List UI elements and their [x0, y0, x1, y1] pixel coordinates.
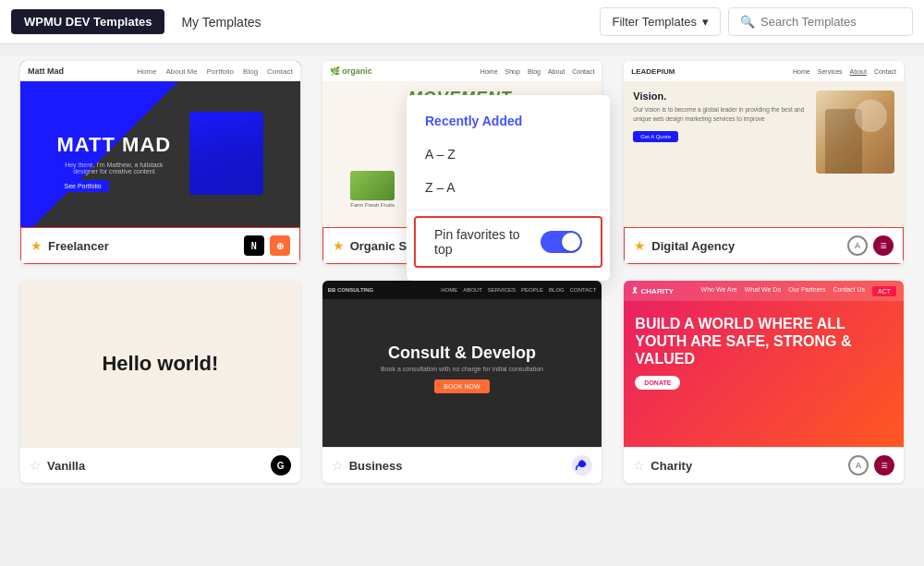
sort-dropdown: Recently Added A – Z Z – A Pin favorites… [407, 95, 610, 281]
template-thumb-freelancer[interactable]: Matt Mad Home About Me Portfolio Blog Co… [20, 61, 300, 227]
freelancer-label-row: ★ Freelancer N ⊕ [20, 226, 300, 264]
tab-wpmu[interactable]: WPMU DEV Templates [11, 9, 164, 34]
business-title: Consult & Develop [388, 343, 536, 363]
avada-badge-agency[interactable]: A [847, 235, 868, 256]
avada-badge-charity[interactable]: A [848, 455, 869, 476]
search-box: 🔍 [728, 7, 913, 36]
template-card-inner: Hello world! ☆ Vanilla G [20, 281, 300, 483]
charity-label-row: ☆ Charity A [624, 447, 904, 483]
vanilla-preview: Hello world! [20, 281, 300, 447]
template-card-inner: LEADEPIUM HomeServicesAboutContact Visio… [624, 61, 904, 264]
vanilla-label-row: ☆ Vanilla G [20, 447, 300, 483]
vanilla-star[interactable]: ☆ [30, 458, 42, 473]
freelancer-star[interactable]: ★ [30, 238, 43, 253]
filter-templates-button[interactable]: Filter Templates ▾ [600, 7, 721, 36]
charity-cta: DONATE [635, 376, 680, 390]
template-thumb-vanilla[interactable]: Hello world! [20, 281, 300, 447]
organic-nav: 🌿 organic HomeShopBlogAboutContact [322, 61, 602, 81]
organic-logo: 🌿 organic [330, 66, 372, 76]
template-thumb-business[interactable]: BB CONSULTING HOMEABOUTSERVICESPEOPLEBLO… [322, 281, 602, 447]
freelancer-cta: See Portfolio [57, 180, 109, 192]
search-input[interactable] [760, 15, 901, 29]
template-card-charity: 🎗 CHARITY Who We AreWhat We DoOur Partne… [618, 275, 909, 488]
elementor-badge-agency[interactable] [873, 235, 894, 256]
charity-star[interactable]: ☆ [633, 458, 645, 473]
freelancer-title: MATT MAD [57, 133, 172, 157]
template-card-agency: LEADEPIUM HomeServicesAboutContact Visio… [618, 55, 909, 270]
pin-favorites-row: Pin favorites to top [414, 216, 602, 268]
agency-label-row: ★ Digital Agency A [624, 226, 904, 264]
freelancer-subtitle: Hey there, I'm Matthew, a fullstackdesig… [57, 162, 172, 175]
charity-title: BUILD A WORLD WHERE ALL YOUTH ARE SAFE, … [635, 315, 893, 368]
vanilla-text: Hello world! [102, 352, 218, 376]
freelancer-portrait [189, 112, 263, 195]
sort-recently-added[interactable]: Recently Added [407, 104, 610, 138]
business-cta: BOOK NOW [434, 379, 489, 393]
freelancer-preview: Matt Mad Home About Me Portfolio Blog Co… [20, 61, 300, 227]
business-star[interactable]: ☆ [332, 458, 344, 473]
template-card-inner: 🎗 CHARITY Who We AreWhat We DoOur Partne… [624, 281, 904, 483]
template-card-vanilla: Hello world! ☆ Vanilla G [15, 275, 306, 488]
agency-cta: Get A Quote [633, 131, 678, 142]
template-thumb-agency[interactable]: LEADEPIUM HomeServicesAboutContact Visio… [624, 61, 904, 227]
sort-z-a[interactable]: Z – A [407, 171, 610, 204]
business-label-row: ☆ Business [322, 447, 602, 483]
template-card-inner: BB CONSULTING HOMEABOUTSERVICESPEOPLEBLO… [322, 281, 602, 483]
sort-a-z[interactable]: A – Z [407, 138, 610, 171]
agency-name: Digital Agency [651, 239, 842, 253]
produce-1 [350, 171, 395, 200]
agency-image [816, 90, 894, 174]
agency-preview: LEADEPIUM HomeServicesAboutContact Visio… [624, 61, 904, 227]
charity-preview: 🎗 CHARITY Who We AreWhat We DoOur Partne… [624, 281, 904, 447]
notion-badge[interactable]: N [244, 235, 264, 256]
agency-vision-title: Vision. [633, 90, 808, 102]
organic-star[interactable]: ★ [333, 238, 345, 253]
agency-vision-text: Our vision is to become a global leader … [633, 105, 808, 124]
pin-favorites-toggle[interactable] [541, 231, 582, 253]
charity-nav: 🎗 CHARITY Who We AreWhat We DoOur Partne… [624, 281, 904, 301]
template-card-freelancer: Matt Mad Home About Me Portfolio Blog Co… [15, 55, 306, 270]
template-card-business: BB CONSULTING HOMEABOUTSERVICESPEOPLEBLO… [317, 275, 608, 488]
template-card-inner: Matt Mad Home About Me Portfolio Blog Co… [20, 61, 300, 264]
agency-nav: LEADEPIUM HomeServicesAboutContact [624, 61, 904, 81]
charity-name: Charity [650, 459, 843, 473]
freelancer-nav: Matt Mad Home About Me Portfolio Blog Co… [20, 61, 300, 81]
chevron-down-icon: ▾ [702, 15, 709, 29]
filter-label: Filter Templates [612, 15, 697, 29]
templates-row-2: Hello world! ☆ Vanilla G BB CON [0, 275, 924, 488]
hummingbird-badge[interactable] [572, 455, 592, 476]
agency-logo: LEADEPIUM [631, 67, 675, 76]
business-name: Business [349, 459, 567, 473]
search-icon: 🔍 [740, 15, 755, 29]
nav-link: Home About Me Portfolio Blog Contact [137, 67, 293, 76]
pin-favorites-label: Pin favorites to top [434, 227, 541, 257]
agency-star[interactable]: ★ [634, 238, 646, 253]
business-sub: Book a consultation with no charge for i… [381, 366, 543, 372]
template-thumb-charity[interactable]: 🎗 CHARITY Who We AreWhat We DoOur Partne… [624, 281, 904, 447]
elementor-badge-charity[interactable] [874, 455, 894, 476]
business-preview: BB CONSULTING HOMEABOUTSERVICESPEOPLEBLO… [322, 281, 602, 447]
freelancer-logo: Matt Mad [28, 66, 64, 76]
layers-badge[interactable]: ⊕ [270, 235, 290, 256]
tab-my-templates[interactable]: My Templates [172, 9, 270, 35]
business-nav: BB CONSULTING HOMEABOUTSERVICESPEOPLEBLO… [322, 281, 602, 299]
gutenberg-badge[interactable]: G [271, 455, 291, 476]
top-bar: WPMU DEV Templates My Templates Filter T… [0, 0, 924, 44]
hummingbird-icon [572, 455, 592, 476]
charity-content: BUILD A WORLD WHERE ALL YOUTH ARE SAFE, … [624, 301, 904, 403]
agency-body: Vision. Our vision is to become a global… [624, 81, 904, 174]
freelancer-name: Freelancer [48, 239, 238, 253]
vanilla-name: Vanilla [47, 459, 265, 473]
